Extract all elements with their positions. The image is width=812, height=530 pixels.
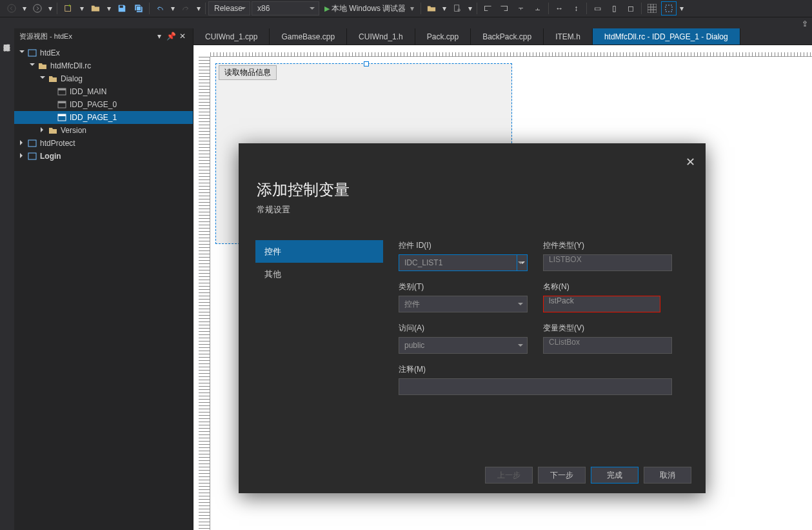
undo-drop-icon[interactable]: ▾ <box>169 1 177 15</box>
prev-button[interactable]: 上一步 <box>485 467 533 484</box>
tree-dialog-2[interactable]: IDD_PAGE_1 <box>14 111 193 124</box>
center-v-icon[interactable]: ↕ <box>568 1 584 15</box>
resource-tree: htdEx htdMfcDll.rc Dialog IDD_MAIN IDD_P… <box>14 44 193 530</box>
panel-close-icon[interactable]: ✕ <box>177 32 188 41</box>
new-project-icon[interactable] <box>60 1 77 15</box>
nav-fwd-icon[interactable] <box>30 1 45 15</box>
tree-dialog-1[interactable]: IDD_PAGE_0 <box>14 98 193 111</box>
tab-5[interactable]: ITEM.h <box>544 28 593 45</box>
nav-fwd-history-icon[interactable]: ▾ <box>46 1 54 15</box>
center-h-icon[interactable]: ↔ <box>551 1 567 15</box>
redo-icon[interactable] <box>178 1 193 15</box>
panel-menu-icon[interactable]: ▾ <box>154 32 164 41</box>
save-all-icon[interactable] <box>131 1 146 15</box>
toggle-guides-icon[interactable] <box>661 1 677 15</box>
find-file-icon[interactable] <box>450 1 465 15</box>
svg-rect-15 <box>28 140 36 147</box>
folder-open-drop-icon[interactable]: ▾ <box>441 1 448 15</box>
close-icon[interactable]: ✕ <box>684 155 697 169</box>
save-icon[interactable] <box>114 1 130 15</box>
dropdown-arrow-icon[interactable] <box>517 255 527 270</box>
cancel-button[interactable]: 取消 <box>644 467 691 484</box>
align-bottom-icon[interactable]: ⫠ <box>530 1 546 15</box>
tree-version-folder[interactable]: Version <box>14 124 193 137</box>
tab-2[interactable]: CUIWnd_1.h <box>347 28 415 45</box>
label-comment: 注释(M) <box>399 364 672 375</box>
tab-3[interactable]: Pack.cpp <box>415 28 471 45</box>
align-right-icon[interactable]: ⫎ <box>497 1 512 15</box>
same-size-icon[interactable]: ◻ <box>623 1 639 15</box>
finish-button[interactable]: 完成 <box>591 467 639 484</box>
tab-1[interactable]: GameBase.cpp <box>270 28 347 45</box>
label-category: 类别(T) <box>399 281 528 292</box>
config-combo[interactable]: Release <box>208 1 250 15</box>
panel-header: 资源视图 - htdEx ▾ 📌 ✕ <box>14 28 193 44</box>
input-control-id[interactable]: IDC_LIST1 <box>399 254 528 271</box>
tab-0[interactable]: CUIWnd_1.cpp <box>193 28 270 45</box>
new-project-drop-icon[interactable]: ▾ <box>78 1 86 15</box>
svg-rect-4 <box>455 5 459 12</box>
play-icon: ▶ <box>324 5 330 13</box>
left-tool-strip: 服务器资源管理器 <box>0 28 14 44</box>
svg-rect-6 <box>648 4 657 13</box>
solution-icon <box>27 48 37 58</box>
folder-open-icon <box>48 74 58 84</box>
tab-6[interactable]: htdMfcDll.rc - IDD_PAGE_1 - Dialog <box>593 28 740 45</box>
find-file-drop-icon[interactable]: ▾ <box>466 1 474 15</box>
tree-dialog-folder[interactable]: Dialog <box>14 72 193 85</box>
nav-back-icon[interactable] <box>4 1 19 15</box>
project-icon <box>27 151 37 161</box>
guides-drop-icon[interactable]: ▾ <box>678 1 686 15</box>
input-comment[interactable] <box>399 378 672 395</box>
label-name: 名称(N) <box>543 281 672 292</box>
nav-back-history-icon[interactable]: ▾ <box>21 1 28 15</box>
tree-login[interactable]: Login <box>14 150 193 163</box>
svg-rect-8 <box>28 50 36 56</box>
wizard-form: 控件 ID(I) IDC_LIST1 控件类型(Y) LISTBOX 类别(T)… <box>383 240 689 457</box>
input-category[interactable]: 控件 <box>399 296 528 312</box>
tree-rc-file[interactable]: htdMfcDll.rc <box>14 59 193 72</box>
folder-icon <box>37 61 48 71</box>
tree-htdprotect[interactable]: htdProtect <box>14 137 193 150</box>
input-access[interactable]: public <box>399 337 528 354</box>
platform-combo[interactable]: x86 <box>252 1 319 15</box>
horizontal-ruler <box>210 45 812 57</box>
input-control-type: LISTBOX <box>543 254 672 271</box>
undo-icon[interactable] <box>152 1 168 15</box>
live-share-icon[interactable]: ⇪ <box>802 19 808 28</box>
folder-icon <box>48 125 58 136</box>
label-var-type: 变量类型(V) <box>543 323 672 334</box>
main-toolbar: ▾ ▾ ▾ ▾ ▾ ▾ Release x86 ▶ 本地 Windows 调试器… <box>0 0 812 17</box>
open-drop-icon[interactable]: ▾ <box>105 1 113 15</box>
tab-4[interactable]: BackPack.cpp <box>471 28 544 45</box>
next-button[interactable]: 下一步 <box>538 467 586 484</box>
label-access: 访问(A) <box>399 323 528 334</box>
tree-solution[interactable]: htdEx <box>14 46 193 59</box>
panel-pin-icon[interactable]: 📌 <box>166 32 176 41</box>
folder-open-icon[interactable] <box>424 1 439 15</box>
open-file-icon[interactable] <box>87 1 104 15</box>
align-left-icon[interactable]: ⫍ <box>480 1 495 15</box>
svg-rect-10 <box>58 88 66 90</box>
server-explorer-tab[interactable]: 服务器资源管理器 <box>0 34 14 44</box>
add-variable-wizard: ✕ 添加控制变量 常规设置 控件 其他 控件 ID(I) IDC_LIST1 控… <box>239 143 706 493</box>
wizard-nav-control[interactable]: 控件 <box>255 240 383 263</box>
dialog-button-control[interactable]: 读取物品信息 <box>219 65 277 80</box>
tree-dialog-0[interactable]: IDD_MAIN <box>14 85 193 98</box>
svg-point-1 <box>34 5 41 12</box>
input-name[interactable]: lstPack <box>543 296 660 312</box>
start-debug-button[interactable]: ▶ 本地 Windows 调试器 ▾ <box>321 1 418 15</box>
same-width-icon[interactable]: ▭ <box>589 1 605 15</box>
svg-rect-3 <box>120 6 123 8</box>
svg-rect-12 <box>58 101 66 103</box>
toggle-grid-icon[interactable] <box>644 1 660 15</box>
align-top-icon[interactable]: ⫟ <box>513 1 529 15</box>
wizard-nav-other[interactable]: 其他 <box>255 263 383 285</box>
dialog-resource-icon <box>57 99 67 110</box>
wizard-footer: 上一步 下一步 完成 取消 <box>239 457 706 493</box>
svg-rect-14 <box>58 114 66 116</box>
same-height-icon[interactable]: ▯ <box>606 1 622 15</box>
dialog-resource-icon <box>57 87 67 97</box>
redo-drop-icon[interactable]: ▾ <box>195 1 203 15</box>
input-var-type: CListBox <box>543 337 672 354</box>
